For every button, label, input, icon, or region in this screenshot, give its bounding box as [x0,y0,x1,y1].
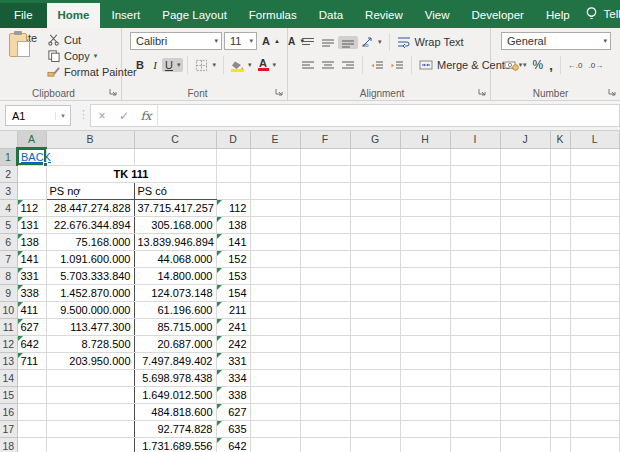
cell-G4[interactable] [350,199,400,216]
cell-L15[interactable] [570,386,620,403]
cell-I5[interactable] [450,216,500,233]
cell-H17[interactable] [400,420,450,437]
cell-H8[interactable] [400,267,450,284]
cell-I9[interactable] [450,284,500,301]
cell-I15[interactable] [450,386,500,403]
cell-G17[interactable] [350,420,400,437]
cell-F15[interactable] [300,386,350,403]
cell-C11[interactable]: 85.715.000 [134,318,216,335]
copy-button[interactable]: Copy ▾ [44,48,100,63]
cell-F10[interactable] [300,301,350,318]
cell-G3[interactable] [350,182,400,199]
font-size-combo[interactable]: 11▾ [224,32,257,50]
cell-J3[interactable] [500,182,550,199]
cell-J7[interactable] [500,250,550,267]
orientation-button[interactable]: ab▾ [358,35,385,49]
tab-home[interactable]: Home [47,3,101,28]
tab-insert[interactable]: Insert [100,3,151,28]
cell-C10[interactable]: 61.196.600 [134,301,216,318]
cell-E12[interactable] [250,335,300,352]
column-header-C[interactable]: C [134,131,216,148]
formula-bar-resize-handle[interactable]: ⋮ [78,108,89,121]
increase-font-size-button[interactable]: A▲ [259,34,283,48]
cell-F1[interactable] [300,148,350,165]
align-right-button[interactable] [338,59,358,72]
cell-L10[interactable] [570,301,620,318]
cell-A12[interactable]: 642 [17,335,46,352]
cell-F13[interactable] [300,352,350,369]
fill-handle[interactable] [43,162,48,167]
cell-E17[interactable] [250,420,300,437]
cell-G11[interactable] [350,318,400,335]
underline-button[interactable]: U▾ [162,58,183,72]
name-box[interactable]: A1 ▾ [5,105,71,126]
alignment-dialog-launcher[interactable] [477,87,487,97]
cell-I6[interactable] [450,233,500,250]
cell-H9[interactable] [400,284,450,301]
cell-F6[interactable] [300,233,350,250]
cell-J14[interactable] [500,369,550,386]
cell-A15[interactable] [17,386,46,403]
cell-A4[interactable]: 112 [17,199,46,216]
cell-B1[interactable] [46,148,134,165]
row-header-8[interactable]: 8 [0,267,17,284]
cell-K4[interactable] [550,199,570,216]
cell-G6[interactable] [350,233,400,250]
cell-G18[interactable] [350,437,400,452]
cell-A1[interactable]: BACK [17,148,46,165]
top-align-button[interactable] [298,36,318,49]
cell-J9[interactable] [500,284,550,301]
formula-input[interactable] [158,105,619,126]
cell-L13[interactable] [570,352,620,369]
cell-D17[interactable]: 635 [216,420,250,437]
cell-L11[interactable] [570,318,620,335]
cell-C1[interactable] [134,148,216,165]
cell-L4[interactable] [570,199,620,216]
cell-D5[interactable]: 138 [216,216,250,233]
row-header-4[interactable]: 4 [0,199,17,216]
cell-B15[interactable] [46,386,134,403]
cell-A10[interactable]: 411 [17,301,46,318]
cell-H5[interactable] [400,216,450,233]
cell-F12[interactable] [300,335,350,352]
cell-B17[interactable] [46,420,134,437]
column-header-D[interactable]: D [216,131,250,148]
cell-K13[interactable] [550,352,570,369]
cell-I11[interactable] [450,318,500,335]
cell-D2[interactable] [216,165,250,182]
cell-I18[interactable] [450,437,500,452]
cell-K17[interactable] [550,420,570,437]
cell-G1[interactable] [350,148,400,165]
row-header-6[interactable]: 6 [0,233,17,250]
cell-I1[interactable] [450,148,500,165]
cell-G5[interactable] [350,216,400,233]
tab-view[interactable]: View [414,3,461,28]
cell-A6[interactable]: 138 [17,233,46,250]
cell-I7[interactable] [450,250,500,267]
cell-L14[interactable] [570,369,620,386]
cell-E4[interactable] [250,199,300,216]
cell-A11[interactable]: 627 [17,318,46,335]
cell-D16[interactable]: 627 [216,403,250,420]
cell-B2[interactable]: TK 111 [46,165,216,182]
row-header-1[interactable]: 1 [0,148,17,165]
cell-B13[interactable]: 203.950.000 [46,352,134,369]
row-header-18[interactable]: 18 [0,437,17,452]
cell-H7[interactable] [400,250,450,267]
row-header-16[interactable]: 16 [0,403,17,420]
cell-F4[interactable] [300,199,350,216]
cell-G9[interactable] [350,284,400,301]
cell-I16[interactable] [450,403,500,420]
tab-data[interactable]: Data [308,3,354,28]
cell-G14[interactable] [350,369,400,386]
cell-B10[interactable]: 9.500.000.000 [46,301,134,318]
tab-developer[interactable]: Developer [461,3,535,28]
cell-A2[interactable] [17,165,46,182]
cell-J6[interactable] [500,233,550,250]
cell-G7[interactable] [350,250,400,267]
cell-C15[interactable]: 1.649.012.500 [134,386,216,403]
insert-function-button[interactable]: fx [135,109,157,123]
column-header-L[interactable]: L [570,131,620,148]
cell-K16[interactable] [550,403,570,420]
align-left-button[interactable] [298,59,318,72]
